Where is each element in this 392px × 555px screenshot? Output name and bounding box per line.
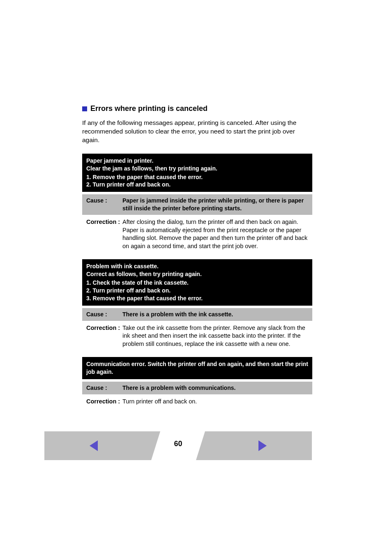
section-heading-row: Errors where printing is canceled bbox=[82, 104, 312, 113]
correction-text: Take out the ink cassette from the print… bbox=[122, 324, 308, 348]
error-block: Paper jammed in printer. Clear the jam a… bbox=[82, 154, 312, 251]
error-block: Communication error. Switch the printer … bbox=[82, 357, 312, 405]
error-block: Problem with ink cassette. Correct as fo… bbox=[82, 259, 312, 348]
correction-row: Correction : Take out the ink cassette f… bbox=[82, 321, 312, 348]
error-header-box: Problem with ink cassette. Correct as fo… bbox=[82, 259, 312, 305]
correction-text: After closing the dialog, turn the print… bbox=[122, 218, 308, 250]
cause-label: Cause : bbox=[86, 311, 122, 318]
correction-row: Correction : After closing the dialog, t… bbox=[82, 215, 312, 250]
cause-label: Cause : bbox=[86, 197, 122, 212]
cause-text: Paper is jammed inside the printer while… bbox=[122, 197, 308, 212]
cause-row: Cause : There is a problem with communic… bbox=[82, 382, 312, 394]
cause-row: Cause : There is a problem with the ink … bbox=[82, 308, 312, 321]
error-step: 3. Remove the paper that caused the erro… bbox=[86, 295, 308, 302]
error-header-line2: Correct as follows, then try printing ag… bbox=[86, 270, 308, 278]
error-step: 2. Turn printer off and back on. bbox=[86, 181, 308, 189]
document-page: Errors where printing is canceled If any… bbox=[0, 0, 392, 555]
error-header-line1: Paper jammed in printer. bbox=[86, 157, 308, 165]
page-footer: 60 bbox=[44, 431, 312, 460]
error-step: 2. Turn printer off and back on. bbox=[86, 287, 308, 295]
page-number: 60 bbox=[44, 440, 312, 448]
svg-marker-1 bbox=[258, 440, 267, 451]
error-step: 1. Check the state of the ink cassette. bbox=[86, 279, 308, 287]
arrow-right-icon bbox=[258, 440, 267, 451]
error-step: 1. Remove the paper that caused the erro… bbox=[86, 173, 308, 181]
correction-label: Correction : bbox=[86, 398, 122, 406]
error-header-line1: Communication error. Switch the printer … bbox=[86, 360, 308, 376]
cause-label: Cause : bbox=[86, 384, 122, 392]
section-title: Errors where printing is canceled bbox=[90, 104, 208, 113]
cause-text: There is a problem with communications. bbox=[122, 384, 308, 392]
error-header-line2: Clear the jam as follows, then try print… bbox=[86, 165, 308, 173]
cause-text: There is a problem with the ink cassette… bbox=[122, 311, 308, 318]
correction-row: Correction : Turn printer off and back o… bbox=[82, 394, 312, 406]
correction-text: Turn printer off and back on. bbox=[122, 398, 308, 406]
error-header-box: Paper jammed in printer. Clear the jam a… bbox=[82, 154, 312, 192]
section-intro-text: If any of the following messages appear,… bbox=[82, 119, 312, 145]
next-page-button[interactable] bbox=[258, 440, 267, 451]
error-header-steps: 1. Check the state of the ink cassette. … bbox=[86, 279, 308, 302]
square-bullet-icon bbox=[82, 106, 87, 111]
cause-row: Cause : Paper is jammed inside the print… bbox=[82, 194, 312, 215]
main-content: Errors where printing is canceled If any… bbox=[82, 104, 312, 415]
error-header-line1: Problem with ink cassette. bbox=[86, 263, 308, 270]
error-header-steps: 1. Remove the paper that caused the erro… bbox=[86, 173, 308, 189]
correction-label: Correction : bbox=[86, 324, 122, 348]
correction-label: Correction : bbox=[86, 218, 122, 250]
error-header-box: Communication error. Switch the printer … bbox=[82, 357, 312, 379]
